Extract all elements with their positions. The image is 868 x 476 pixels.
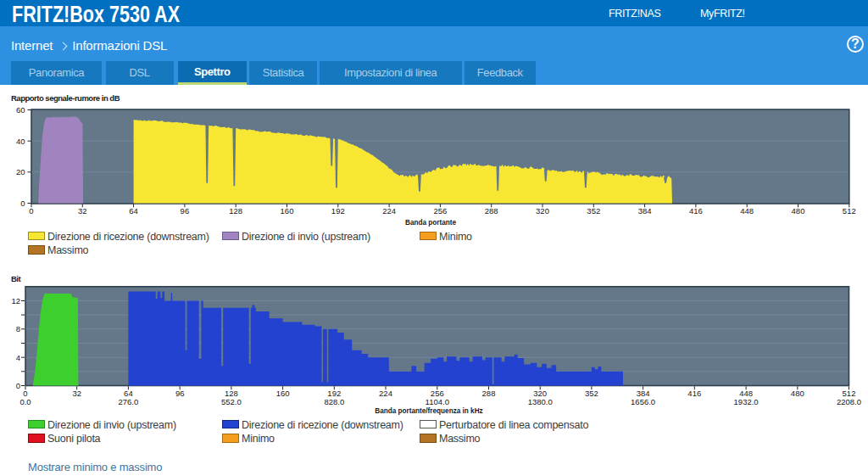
svg-text:20: 20 — [16, 167, 25, 176]
svg-text:0.0: 0.0 — [19, 397, 31, 406]
svg-text:416: 416 — [687, 389, 701, 398]
svg-text:Banda portante: Banda portante — [405, 219, 456, 227]
svg-text:552.0: 552.0 — [221, 397, 242, 406]
svg-text:40: 40 — [16, 137, 25, 146]
svg-text:32: 32 — [78, 206, 87, 216]
svg-text:352: 352 — [587, 206, 600, 216]
svg-text:828.0: 828.0 — [324, 397, 344, 406]
svg-text:0: 0 — [29, 206, 33, 216]
svg-text:320: 320 — [536, 206, 549, 216]
svg-text:12: 12 — [11, 296, 20, 305]
svg-text:0: 0 — [16, 381, 20, 390]
svg-text:4: 4 — [16, 353, 20, 362]
svg-text:288: 288 — [485, 206, 498, 216]
svg-text:96: 96 — [181, 206, 190, 216]
svg-text:128: 128 — [229, 206, 242, 216]
svg-text:0: 0 — [20, 199, 25, 208]
svg-text:276.0: 276.0 — [119, 397, 139, 406]
svg-text:1656.0: 1656.0 — [631, 397, 655, 406]
svg-text:288: 288 — [482, 389, 496, 398]
svg-text:224: 224 — [382, 206, 396, 216]
svg-text:224: 224 — [379, 389, 392, 398]
svg-text:256: 256 — [433, 206, 447, 216]
svg-text:416: 416 — [689, 206, 703, 216]
svg-text:32: 32 — [72, 389, 81, 398]
svg-text:448: 448 — [740, 206, 754, 216]
svg-text:160: 160 — [281, 206, 294, 216]
svg-text:160: 160 — [276, 389, 290, 398]
svg-text:192: 192 — [331, 206, 345, 216]
svg-text:512: 512 — [843, 206, 856, 216]
svg-text:352: 352 — [585, 389, 598, 398]
svg-text:384: 384 — [638, 206, 652, 216]
svg-text:480: 480 — [791, 389, 804, 398]
svg-text:480: 480 — [792, 206, 805, 216]
svg-text:8: 8 — [16, 324, 20, 333]
svg-text:60: 60 — [16, 105, 25, 115]
svg-text:96: 96 — [175, 389, 185, 398]
svg-text:1104.0: 1104.0 — [426, 397, 449, 406]
svg-text:64: 64 — [129, 206, 138, 216]
svg-text:1932.0: 1932.0 — [734, 397, 759, 406]
svg-text:2208.0: 2208.0 — [837, 397, 861, 406]
svg-text:1380.0: 1380.0 — [528, 397, 553, 406]
svg-text:Banda portante/frequenza in kH: Banda portante/frequenza in kHz — [375, 407, 482, 415]
